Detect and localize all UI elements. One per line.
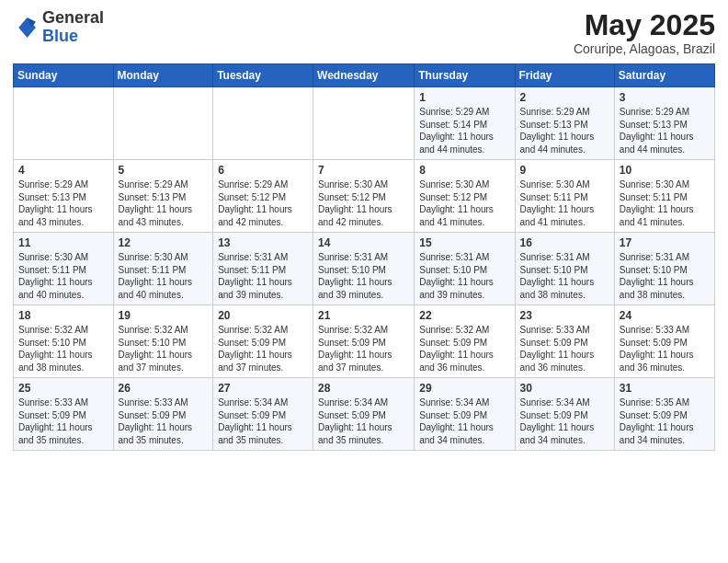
day-content: Sunrise: 5:30 AMSunset: 5:12 PMDaylight:… bbox=[419, 178, 509, 228]
day-content: Sunrise: 5:32 AMSunset: 5:09 PMDaylight:… bbox=[318, 324, 409, 373]
calendar-week-row: 11Sunrise: 5:30 AMSunset: 5:11 PMDayligh… bbox=[14, 233, 715, 305]
day-number: 20 bbox=[218, 309, 308, 322]
day-number: 29 bbox=[419, 382, 509, 395]
calendar-cell: 8Sunrise: 5:30 AMSunset: 5:12 PMDaylight… bbox=[415, 160, 515, 233]
day-number: 30 bbox=[520, 382, 609, 395]
day-number: 3 bbox=[620, 91, 710, 104]
calendar-cell: 31Sunrise: 5:35 AMSunset: 5:09 PMDayligh… bbox=[614, 378, 714, 451]
title-block: May 2025 Coruripe, Alagoas, Brazil bbox=[574, 9, 715, 56]
day-number: 16 bbox=[520, 236, 609, 249]
day-content: Sunrise: 5:29 AMSunset: 5:12 PMDaylight:… bbox=[218, 178, 308, 228]
day-number: 23 bbox=[520, 309, 609, 322]
calendar-cell: 13Sunrise: 5:31 AMSunset: 5:11 PMDayligh… bbox=[213, 233, 313, 305]
day-number: 10 bbox=[620, 164, 710, 177]
calendar-cell: 5Sunrise: 5:29 AMSunset: 5:13 PMDaylight… bbox=[113, 160, 213, 233]
day-content: Sunrise: 5:35 AMSunset: 5:09 PMDaylight:… bbox=[620, 396, 710, 446]
day-number: 28 bbox=[318, 382, 409, 395]
day-content: Sunrise: 5:32 AMSunset: 5:09 PMDaylight:… bbox=[218, 324, 308, 373]
calendar-week-row: 25Sunrise: 5:33 AMSunset: 5:09 PMDayligh… bbox=[14, 378, 715, 451]
day-content: Sunrise: 5:30 AMSunset: 5:11 PMDaylight:… bbox=[620, 178, 710, 228]
calendar-cell: 1Sunrise: 5:29 AMSunset: 5:14 PMDaylight… bbox=[415, 87, 515, 160]
logo: General Blue bbox=[13, 9, 104, 46]
calendar-cell: 6Sunrise: 5:29 AMSunset: 5:12 PMDaylight… bbox=[213, 160, 313, 233]
calendar-cell bbox=[14, 87, 114, 160]
day-number: 26 bbox=[119, 382, 209, 395]
day-content: Sunrise: 5:31 AMSunset: 5:11 PMDaylight:… bbox=[218, 251, 308, 301]
calendar-cell: 15Sunrise: 5:31 AMSunset: 5:10 PMDayligh… bbox=[415, 233, 515, 305]
day-number: 1 bbox=[419, 91, 509, 104]
day-number: 15 bbox=[419, 236, 509, 249]
day-content: Sunrise: 5:31 AMSunset: 5:10 PMDaylight:… bbox=[419, 251, 509, 301]
day-content: Sunrise: 5:29 AMSunset: 5:13 PMDaylight:… bbox=[18, 178, 108, 228]
day-number: 21 bbox=[318, 309, 409, 322]
calendar-cell: 17Sunrise: 5:31 AMSunset: 5:10 PMDayligh… bbox=[614, 233, 714, 305]
calendar-cell: 25Sunrise: 5:33 AMSunset: 5:09 PMDayligh… bbox=[14, 378, 114, 451]
day-content: Sunrise: 5:34 AMSunset: 5:09 PMDaylight:… bbox=[218, 396, 308, 446]
day-number: 31 bbox=[620, 382, 710, 395]
day-content: Sunrise: 5:32 AMSunset: 5:09 PMDaylight:… bbox=[419, 324, 509, 373]
calendar-cell: 21Sunrise: 5:32 AMSunset: 5:09 PMDayligh… bbox=[313, 305, 415, 378]
header: General Blue May 2025 Coruripe, Alagoas,… bbox=[13, 9, 715, 56]
day-number: 18 bbox=[18, 309, 108, 322]
logo-icon bbox=[13, 15, 39, 40]
calendar-cell bbox=[313, 87, 415, 160]
calendar-cell: 29Sunrise: 5:34 AMSunset: 5:09 PMDayligh… bbox=[415, 378, 515, 451]
page: General Blue May 2025 Coruripe, Alagoas,… bbox=[0, 0, 728, 464]
calendar-cell: 2Sunrise: 5:29 AMSunset: 5:13 PMDaylight… bbox=[515, 87, 614, 160]
calendar-cell: 9Sunrise: 5:30 AMSunset: 5:11 PMDaylight… bbox=[515, 160, 614, 233]
day-content: Sunrise: 5:30 AMSunset: 5:11 PMDaylight:… bbox=[18, 251, 108, 301]
day-content: Sunrise: 5:33 AMSunset: 5:09 PMDaylight:… bbox=[18, 396, 108, 446]
day-number: 7 bbox=[318, 164, 409, 177]
calendar-week-row: 4Sunrise: 5:29 AMSunset: 5:13 PMDaylight… bbox=[14, 160, 715, 233]
day-content: Sunrise: 5:33 AMSunset: 5:09 PMDaylight:… bbox=[119, 396, 209, 446]
day-content: Sunrise: 5:30 AMSunset: 5:11 PMDaylight:… bbox=[520, 178, 609, 228]
day-content: Sunrise: 5:31 AMSunset: 5:10 PMDaylight:… bbox=[520, 251, 609, 301]
day-content: Sunrise: 5:34 AMSunset: 5:09 PMDaylight:… bbox=[318, 396, 409, 446]
calendar-header-wednesday: Wednesday bbox=[313, 64, 415, 87]
calendar-cell: 16Sunrise: 5:31 AMSunset: 5:10 PMDayligh… bbox=[515, 233, 614, 305]
day-number: 8 bbox=[419, 164, 509, 177]
calendar-cell: 27Sunrise: 5:34 AMSunset: 5:09 PMDayligh… bbox=[213, 378, 313, 451]
day-number: 5 bbox=[119, 164, 209, 177]
calendar-cell: 7Sunrise: 5:30 AMSunset: 5:12 PMDaylight… bbox=[313, 160, 415, 233]
day-number: 6 bbox=[218, 164, 308, 177]
calendar-cell: 18Sunrise: 5:32 AMSunset: 5:10 PMDayligh… bbox=[14, 305, 114, 378]
day-number: 27 bbox=[218, 382, 308, 395]
calendar-cell: 3Sunrise: 5:29 AMSunset: 5:13 PMDaylight… bbox=[614, 87, 714, 160]
calendar-cell: 20Sunrise: 5:32 AMSunset: 5:09 PMDayligh… bbox=[213, 305, 313, 378]
calendar-cell: 19Sunrise: 5:32 AMSunset: 5:10 PMDayligh… bbox=[113, 305, 213, 378]
calendar-cell: 30Sunrise: 5:34 AMSunset: 5:09 PMDayligh… bbox=[515, 378, 614, 451]
day-content: Sunrise: 5:34 AMSunset: 5:09 PMDaylight:… bbox=[419, 396, 509, 446]
day-number: 25 bbox=[18, 382, 108, 395]
calendar-header-thursday: Thursday bbox=[415, 64, 515, 87]
calendar-header-row: SundayMondayTuesdayWednesdayThursdayFrid… bbox=[14, 64, 715, 87]
day-content: Sunrise: 5:31 AMSunset: 5:10 PMDaylight:… bbox=[620, 251, 710, 301]
calendar-header-saturday: Saturday bbox=[614, 64, 714, 87]
day-number: 17 bbox=[620, 236, 710, 249]
day-number: 2 bbox=[520, 91, 609, 104]
svg-marker-0 bbox=[18, 17, 36, 38]
calendar-cell: 10Sunrise: 5:30 AMSunset: 5:11 PMDayligh… bbox=[614, 160, 714, 233]
day-number: 14 bbox=[318, 236, 409, 249]
day-number: 22 bbox=[419, 309, 509, 322]
calendar-header-tuesday: Tuesday bbox=[213, 64, 313, 87]
day-content: Sunrise: 5:29 AMSunset: 5:13 PMDaylight:… bbox=[620, 106, 710, 155]
day-number: 19 bbox=[119, 309, 209, 322]
day-number: 11 bbox=[18, 236, 108, 249]
day-number: 9 bbox=[520, 164, 609, 177]
day-number: 24 bbox=[620, 309, 710, 322]
calendar-cell: 24Sunrise: 5:33 AMSunset: 5:09 PMDayligh… bbox=[614, 305, 714, 378]
calendar-header-friday: Friday bbox=[515, 64, 614, 87]
day-content: Sunrise: 5:30 AMSunset: 5:11 PMDaylight:… bbox=[119, 251, 209, 301]
month-title: May 2025 bbox=[574, 9, 715, 41]
day-content: Sunrise: 5:29 AMSunset: 5:13 PMDaylight:… bbox=[520, 106, 609, 155]
day-content: Sunrise: 5:34 AMSunset: 5:09 PMDaylight:… bbox=[520, 396, 609, 446]
logo-general-text: General bbox=[42, 8, 104, 27]
day-content: Sunrise: 5:29 AMSunset: 5:13 PMDaylight:… bbox=[119, 178, 209, 228]
calendar-header-monday: Monday bbox=[113, 64, 213, 87]
day-number: 13 bbox=[218, 236, 308, 249]
calendar-cell: 14Sunrise: 5:31 AMSunset: 5:10 PMDayligh… bbox=[313, 233, 415, 305]
calendar-cell: 11Sunrise: 5:30 AMSunset: 5:11 PMDayligh… bbox=[14, 233, 114, 305]
day-content: Sunrise: 5:31 AMSunset: 5:10 PMDaylight:… bbox=[318, 251, 409, 301]
calendar-header-sunday: Sunday bbox=[14, 64, 114, 87]
